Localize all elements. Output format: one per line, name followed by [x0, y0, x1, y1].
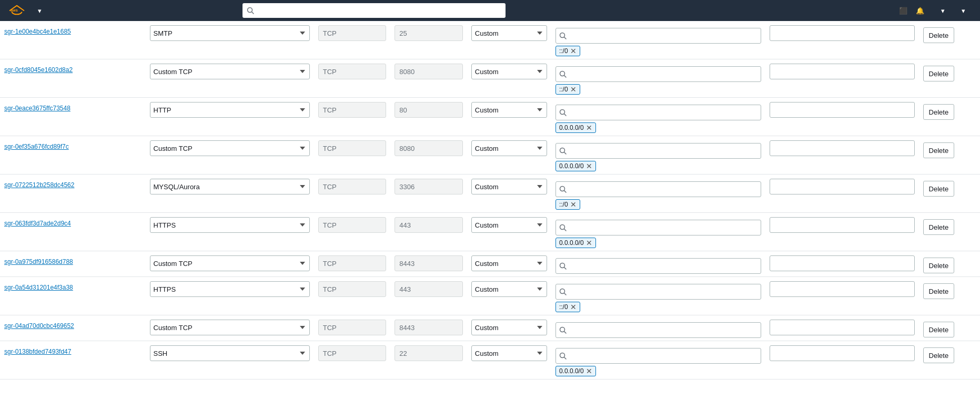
source-tag-text: 0.0.0.0/0	[559, 162, 584, 170]
nav-icon-bell[interactable]: 🔔	[916, 7, 924, 15]
source-tag-text: ::/0	[559, 86, 568, 93]
port-field: 8443	[395, 320, 463, 335]
description-input[interactable]	[770, 281, 914, 297]
remove-tag-button[interactable]: ✕	[570, 86, 577, 93]
source-cell: ::/0✕	[555, 24, 762, 56]
description-input[interactable]	[770, 64, 914, 79]
rule-id-link[interactable]: sgr-0cfd8045e1602d8a2	[4, 66, 73, 74]
source-search-input[interactable]	[569, 224, 758, 232]
services-button[interactable]: ▾	[36, 7, 42, 15]
type-select[interactable]: SMTPCustom TCPHTTPHTTPSSSHMYSQL/AuroraAl…	[150, 320, 310, 335]
type-select[interactable]: SMTPCustom TCPHTTPHTTPSSSHMYSQL/AuroraAl…	[150, 345, 310, 361]
delete-button[interactable]: Delete	[923, 27, 955, 43]
description-input[interactable]	[770, 102, 914, 118]
remove-tag-button[interactable]: ✕	[586, 239, 592, 247]
source-search-icon	[559, 326, 567, 334]
rule-id-link[interactable]: sgr-0ef35a676fcd89f7c	[4, 143, 69, 150]
type-select[interactable]: SMTPCustom TCPHTTPHTTPSSSHMYSQL/AuroraAl…	[150, 102, 310, 118]
source-cell: 0.0.0.0/0✕	[555, 216, 762, 248]
source-search-input[interactable]	[569, 288, 758, 296]
type-select[interactable]: SMTPCustom TCPHTTPHTTPSSSHMYSQL/AuroraAl…	[150, 64, 310, 79]
delete-button[interactable]: Delete	[923, 104, 955, 120]
delete-button[interactable]: Delete	[923, 66, 955, 81]
source-tag-badge: 0.0.0.0/0✕	[555, 366, 596, 376]
source-search-input[interactable]	[569, 147, 758, 155]
remove-tag-button[interactable]: ✕	[586, 367, 592, 375]
delete-button[interactable]: Delete	[923, 283, 955, 299]
source-search	[555, 143, 762, 159]
destination-select[interactable]: CustomAnywhere-IPv4Anywhere-IPv6My IP	[471, 25, 547, 41]
source-tag-badge: 0.0.0.0/0✕	[555, 161, 596, 171]
table-row: sgr-0a975df916586d788SMTPCustom TCPHTTPH…	[0, 251, 980, 277]
table-wrapper: sgr-1e00e4bc4e1e1685SMTPCustom TCPHTTPHT…	[0, 21, 980, 380]
remove-tag-button[interactable]: ✕	[586, 162, 592, 170]
source-search-icon	[559, 288, 567, 295]
destination-select[interactable]: CustomAnywhere-IPv4Anywhere-IPv6My IP	[471, 179, 547, 194]
security-rules-table: sgr-1e00e4bc4e1e1685SMTPCustom TCPHTTPHT…	[0, 21, 980, 380]
type-select[interactable]: SMTPCustom TCPHTTPHTTPSSSHMYSQL/AuroraAl…	[150, 140, 310, 156]
port-field: 443	[395, 217, 463, 233]
rule-id-link[interactable]: sgr-0a54d31201e4f3a38	[4, 284, 73, 291]
rule-id-link[interactable]: sgr-04ad70d0cbc469652	[4, 322, 74, 330]
destination-select[interactable]: CustomAnywhere-IPv4Anywhere-IPv6My IP	[471, 140, 547, 156]
rule-id-link[interactable]: sgr-063fdf3d7ade2d9c4	[4, 220, 71, 227]
remove-tag-button[interactable]: ✕	[570, 303, 577, 311]
port-field: 8080	[395, 140, 463, 156]
delete-button[interactable]: Delete	[923, 347, 955, 363]
svg-line-4	[564, 37, 566, 39]
rule-id-link[interactable]: sgr-1e00e4bc4e1e1685	[4, 28, 71, 35]
nav-account-chevron[interactable]: ▾	[941, 7, 945, 15]
source-search-input[interactable]	[569, 352, 758, 360]
remove-tag-button[interactable]: ✕	[570, 201, 577, 208]
delete-button[interactable]: Delete	[923, 142, 955, 158]
destination-select[interactable]: CustomAnywhere-IPv4Anywhere-IPv6My IP	[471, 64, 547, 79]
search-input[interactable]	[257, 7, 498, 15]
destination-select[interactable]: CustomAnywhere-IPv4Anywhere-IPv6My IP	[471, 345, 547, 361]
description-input[interactable]	[770, 345, 914, 361]
type-select[interactable]: SMTPCustom TCPHTTPHTTPSSSHMYSQL/AuroraAl…	[150, 179, 310, 194]
source-search-input[interactable]	[569, 32, 758, 40]
rule-id-link[interactable]: sgr-0a975df916586d788	[4, 258, 73, 265]
destination-select[interactable]: CustomAnywhere-IPv4Anywhere-IPv6My IP	[471, 217, 547, 233]
description-input[interactable]	[770, 140, 914, 156]
destination-select[interactable]: CustomAnywhere-IPv4Anywhere-IPv6My IP	[471, 281, 547, 297]
services-chevron-icon: ▾	[38, 7, 42, 15]
source-search-input[interactable]	[569, 109, 758, 117]
destination-select[interactable]: CustomAnywhere-IPv4Anywhere-IPv6My IP	[471, 102, 547, 118]
delete-button[interactable]: Delete	[923, 258, 955, 273]
source-search	[555, 66, 762, 82]
source-search-icon	[559, 224, 567, 231]
source-search-input[interactable]	[569, 326, 758, 334]
description-input[interactable]	[770, 217, 914, 233]
rule-id-link[interactable]: sgr-0eace3675ffc73548	[4, 105, 70, 112]
description-input[interactable]	[770, 255, 914, 271]
source-tag-text: 0.0.0.0/0	[559, 367, 584, 375]
nav-icon-terminal[interactable]: ⬛	[899, 7, 907, 15]
source-cell: ::/0✕	[555, 62, 762, 95]
port-field: 8080	[395, 64, 463, 79]
delete-button[interactable]: Delete	[923, 219, 955, 235]
remove-tag-button[interactable]: ✕	[570, 47, 577, 55]
delete-button[interactable]: Delete	[923, 322, 955, 337]
type-select[interactable]: SMTPCustom TCPHTTPHTTPSSSHMYSQL/AuroraAl…	[150, 25, 310, 41]
rule-id-link[interactable]: sgr-0722512b258dc4562	[4, 181, 74, 189]
description-input[interactable]	[770, 25, 914, 41]
description-input[interactable]	[770, 320, 914, 335]
protocol-field: TCP	[318, 281, 387, 297]
type-select[interactable]: SMTPCustom TCPHTTPHTTPSSSHMYSQL/AuroraAl…	[150, 281, 310, 297]
description-input[interactable]	[770, 179, 914, 194]
type-select[interactable]: SMTPCustom TCPHTTPHTTPSSSHMYSQL/AuroraAl…	[150, 217, 310, 233]
destination-select[interactable]: CustomAnywhere-IPv4Anywhere-IPv6My IP	[471, 255, 547, 271]
type-select[interactable]: SMTPCustom TCPHTTPHTTPSSSHMYSQL/AuroraAl…	[150, 255, 310, 271]
svg-line-12	[564, 191, 566, 193]
destination-select[interactable]: CustomAnywhere-IPv4Anywhere-IPv6My IP	[471, 320, 547, 335]
source-search-input[interactable]	[569, 70, 758, 78]
source-search-input[interactable]	[569, 262, 758, 270]
remove-tag-button[interactable]: ✕	[586, 124, 592, 131]
nav-region-chevron[interactable]: ▾	[962, 7, 965, 15]
rule-id-link[interactable]: sgr-0138bfded7493fd47	[4, 348, 71, 355]
svg-text:aws: aws	[11, 8, 18, 13]
source-search-input[interactable]	[569, 186, 758, 193]
delete-button[interactable]: Delete	[923, 181, 955, 197]
protocol-field: TCP	[318, 64, 387, 79]
